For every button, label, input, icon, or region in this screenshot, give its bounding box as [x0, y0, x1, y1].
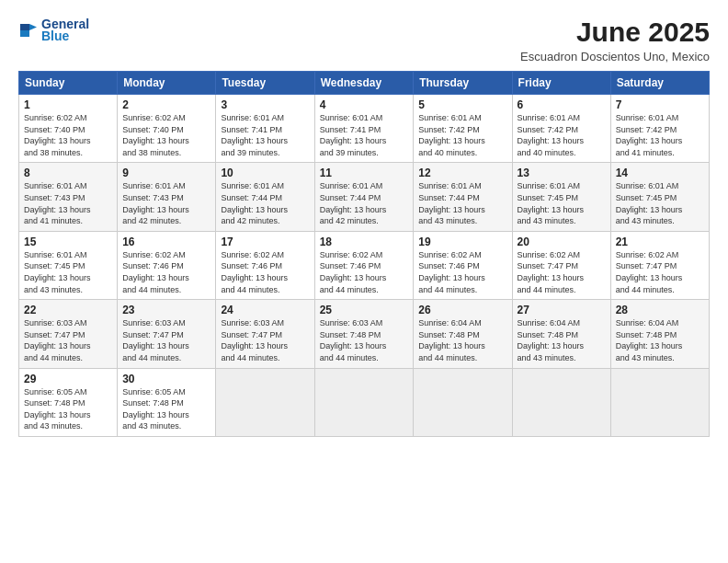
calendar-table: SundayMondayTuesdayWednesdayThursdayFrid…	[18, 71, 710, 437]
calendar-cell	[414, 368, 512, 436]
calendar-week-4: 22Sunrise: 6:03 AMSunset: 7:47 PMDayligh…	[19, 300, 710, 368]
day-number: 19	[418, 236, 506, 248]
calendar-week-3: 15Sunrise: 6:01 AMSunset: 7:45 PMDayligh…	[19, 231, 710, 299]
day-number: 12	[418, 167, 506, 179]
day-number: 22	[24, 304, 112, 316]
day-info: Sunrise: 6:04 AMSunset: 7:48 PMDaylight:…	[616, 317, 704, 363]
day-info: Sunrise: 6:02 AMSunset: 7:40 PMDaylight:…	[24, 112, 112, 158]
day-number: 4	[320, 98, 409, 111]
calendar-cell	[216, 368, 314, 436]
col-header-tuesday: Tuesday	[216, 72, 314, 95]
day-number: 28	[616, 304, 704, 316]
day-info: Sunrise: 6:01 AMSunset: 7:44 PMDaylight:…	[320, 180, 409, 226]
calendar-cell: 1Sunrise: 6:02 AMSunset: 7:40 PMDaylight…	[19, 95, 118, 163]
calendar-cell: 7Sunrise: 6:01 AMSunset: 7:42 PMDaylight…	[610, 95, 709, 163]
day-info: Sunrise: 6:03 AMSunset: 7:47 PMDaylight:…	[221, 317, 309, 363]
calendar-week-2: 8Sunrise: 6:01 AMSunset: 7:43 PMDaylight…	[19, 163, 710, 231]
col-header-thursday: Thursday	[414, 72, 512, 95]
calendar-cell: 11Sunrise: 6:01 AMSunset: 7:44 PMDayligh…	[314, 163, 414, 231]
day-number: 24	[221, 304, 309, 316]
day-number: 29	[24, 373, 112, 385]
day-number: 8	[24, 167, 112, 179]
day-info: Sunrise: 6:03 AMSunset: 7:47 PMDaylight:…	[122, 317, 210, 363]
col-header-monday: Monday	[118, 72, 216, 95]
calendar-cell: 13Sunrise: 6:01 AMSunset: 7:45 PMDayligh…	[512, 163, 610, 231]
day-number: 1	[24, 98, 112, 111]
day-info: Sunrise: 6:01 AMSunset: 7:41 PMDaylight:…	[221, 112, 309, 158]
day-number: 3	[221, 98, 309, 111]
day-number: 7	[616, 98, 704, 111]
page: General Blue June 2025 Escuadron Doscien…	[0, 0, 728, 563]
day-info: Sunrise: 6:02 AMSunset: 7:46 PMDaylight:…	[320, 249, 409, 295]
calendar-cell: 8Sunrise: 6:01 AMSunset: 7:43 PMDaylight…	[19, 163, 118, 231]
col-header-friday: Friday	[512, 72, 610, 95]
day-number: 14	[616, 167, 704, 179]
day-info: Sunrise: 6:04 AMSunset: 7:48 PMDaylight:…	[518, 317, 606, 363]
day-number: 9	[122, 167, 210, 179]
day-number: 16	[122, 236, 210, 248]
day-number: 30	[122, 373, 210, 385]
calendar-cell: 26Sunrise: 6:04 AMSunset: 7:48 PMDayligh…	[414, 300, 512, 368]
calendar-cell: 5Sunrise: 6:01 AMSunset: 7:42 PMDaylight…	[414, 95, 512, 163]
calendar-cell: 9Sunrise: 6:01 AMSunset: 7:43 PMDaylight…	[118, 163, 216, 231]
day-info: Sunrise: 6:03 AMSunset: 7:47 PMDaylight:…	[24, 317, 112, 363]
col-header-saturday: Saturday	[610, 72, 709, 95]
calendar-cell	[512, 368, 610, 436]
col-header-sunday: Sunday	[19, 72, 118, 95]
day-number: 20	[518, 236, 606, 248]
calendar-cell: 28Sunrise: 6:04 AMSunset: 7:48 PMDayligh…	[610, 300, 709, 368]
day-info: Sunrise: 6:01 AMSunset: 7:43 PMDaylight:…	[24, 180, 112, 226]
day-info: Sunrise: 6:01 AMSunset: 7:41 PMDaylight:…	[320, 112, 409, 158]
logo-icon	[18, 20, 39, 40]
day-info: Sunrise: 6:02 AMSunset: 7:46 PMDaylight:…	[122, 249, 210, 295]
calendar-cell: 29Sunrise: 6:05 AMSunset: 7:48 PMDayligh…	[19, 368, 118, 436]
calendar-cell	[314, 368, 414, 436]
day-info: Sunrise: 6:01 AMSunset: 7:45 PMDaylight:…	[24, 249, 112, 295]
calendar-header-row: SundayMondayTuesdayWednesdayThursdayFrid…	[19, 72, 710, 95]
day-info: Sunrise: 6:02 AMSunset: 7:47 PMDaylight:…	[518, 249, 606, 295]
day-number: 26	[418, 304, 506, 316]
day-info: Sunrise: 6:01 AMSunset: 7:42 PMDaylight:…	[616, 112, 704, 158]
day-number: 13	[518, 167, 606, 179]
calendar-cell: 19Sunrise: 6:02 AMSunset: 7:46 PMDayligh…	[414, 231, 512, 299]
day-info: Sunrise: 6:01 AMSunset: 7:42 PMDaylight:…	[418, 112, 506, 158]
logo: General Blue	[18, 17, 89, 43]
col-header-wednesday: Wednesday	[314, 72, 414, 95]
day-info: Sunrise: 6:01 AMSunset: 7:45 PMDaylight:…	[616, 180, 704, 226]
svg-marker-1	[29, 24, 37, 30]
month-title: June 2025	[520, 17, 710, 48]
day-info: Sunrise: 6:02 AMSunset: 7:47 PMDaylight:…	[616, 249, 704, 295]
svg-rect-2	[20, 30, 29, 37]
day-number: 17	[221, 236, 309, 248]
day-number: 15	[24, 236, 112, 248]
calendar-cell: 3Sunrise: 6:01 AMSunset: 7:41 PMDaylight…	[216, 95, 314, 163]
day-info: Sunrise: 6:02 AMSunset: 7:40 PMDaylight:…	[122, 112, 210, 158]
day-number: 10	[221, 167, 309, 179]
day-number: 21	[616, 236, 704, 248]
calendar-cell: 22Sunrise: 6:03 AMSunset: 7:47 PMDayligh…	[19, 300, 118, 368]
calendar-cell: 23Sunrise: 6:03 AMSunset: 7:47 PMDayligh…	[118, 300, 216, 368]
calendar-cell	[610, 368, 709, 436]
day-info: Sunrise: 6:05 AMSunset: 7:48 PMDaylight:…	[24, 386, 112, 432]
day-number: 5	[418, 98, 506, 111]
day-info: Sunrise: 6:01 AMSunset: 7:44 PMDaylight:…	[221, 180, 309, 226]
header: General Blue June 2025 Escuadron Doscien…	[18, 17, 710, 63]
calendar-cell: 30Sunrise: 6:05 AMSunset: 7:48 PMDayligh…	[118, 368, 216, 436]
day-number: 27	[518, 304, 606, 316]
calendar-cell: 6Sunrise: 6:01 AMSunset: 7:42 PMDaylight…	[512, 95, 610, 163]
calendar-week-5: 29Sunrise: 6:05 AMSunset: 7:48 PMDayligh…	[19, 368, 710, 436]
day-info: Sunrise: 6:03 AMSunset: 7:48 PMDaylight:…	[320, 317, 409, 363]
title-block: June 2025 Escuadron Doscientos Uno, Mexi…	[520, 17, 710, 63]
calendar-cell: 17Sunrise: 6:02 AMSunset: 7:46 PMDayligh…	[216, 231, 314, 299]
day-number: 11	[320, 167, 409, 179]
day-info: Sunrise: 6:01 AMSunset: 7:42 PMDaylight:…	[518, 112, 606, 158]
day-number: 25	[320, 304, 409, 316]
day-number: 2	[122, 98, 210, 111]
calendar-cell: 15Sunrise: 6:01 AMSunset: 7:45 PMDayligh…	[19, 231, 118, 299]
calendar-cell: 20Sunrise: 6:02 AMSunset: 7:47 PMDayligh…	[512, 231, 610, 299]
day-info: Sunrise: 6:01 AMSunset: 7:43 PMDaylight:…	[122, 180, 210, 226]
calendar-cell: 4Sunrise: 6:01 AMSunset: 7:41 PMDaylight…	[314, 95, 414, 163]
calendar-cell: 14Sunrise: 6:01 AMSunset: 7:45 PMDayligh…	[610, 163, 709, 231]
calendar-cell: 24Sunrise: 6:03 AMSunset: 7:47 PMDayligh…	[216, 300, 314, 368]
svg-rect-0	[20, 24, 29, 30]
